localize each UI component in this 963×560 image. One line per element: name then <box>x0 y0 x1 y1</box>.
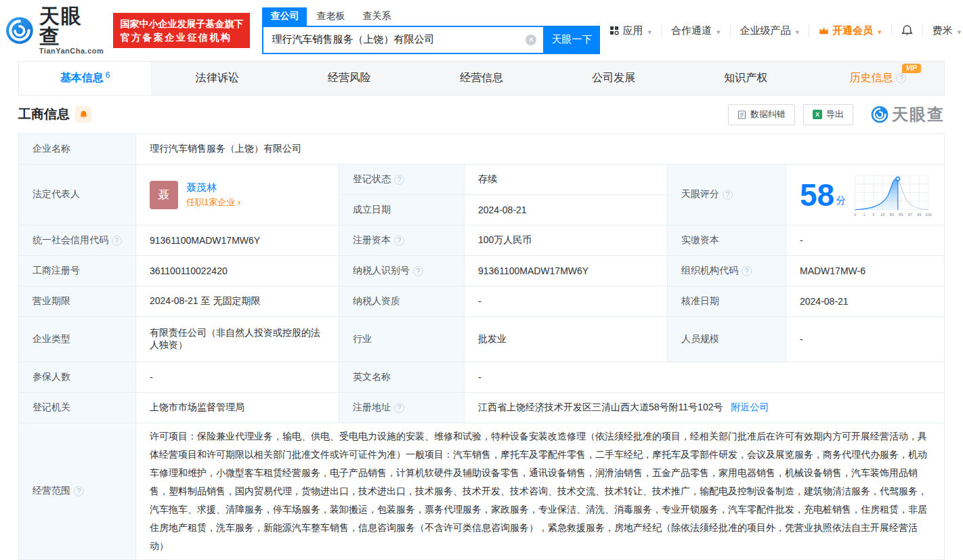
help-icon[interactable] <box>112 236 122 246</box>
search-tab-relation[interactable]: 查关系 <box>354 7 399 26</box>
chevron-down-icon <box>715 25 721 37</box>
reg-address-label-cell: 注册地址 <box>339 393 465 423</box>
insured-count-label-cell: 参保人数 <box>19 362 136 393</box>
tab-business-info[interactable]: 经营信息 <box>415 62 547 95</box>
tianyancha-logo[interactable]: 天眼查 TianYanCha.com <box>5 6 104 55</box>
nearby-companies-link[interactable]: 附近公司 <box>731 402 769 412</box>
search-input[interactable] <box>262 26 543 54</box>
insured-count-value: - <box>136 362 339 393</box>
legal-rep-label-cell: 法定代表人 <box>19 165 136 225</box>
document-edit-icon <box>737 110 746 119</box>
row-business-term: 营业期限 2024-08-21 至 无固定期限 纳税人资质 - 核准日期 202… <box>19 286 945 317</box>
nav-user-menu[interactable]: 费米 <box>922 24 963 37</box>
tab-company-development[interactable]: 公司发展 <box>548 62 680 95</box>
paid-capital-value: - <box>786 225 945 256</box>
tianyancha-company-page: 天眼查 TianYanCha.com 国家中小企业发展子基金旗下 官方备案企业征… <box>0 0 963 560</box>
reg-capital-label-cell: 注册资本 <box>339 225 465 256</box>
business-registration-table: 企业名称 理行汽车销售服务（上饶）有限公司 法定代表人 聂 聂茂林 任职1家企业… <box>18 133 945 560</box>
nav-cooperation-label: 合作通道 <box>671 24 712 37</box>
help-icon[interactable] <box>74 486 84 496</box>
credit-code-value: 91361100MADW17MW6Y <box>136 225 339 256</box>
score-number: 58 分 <box>800 179 846 211</box>
export-label: 导出 <box>826 108 844 121</box>
clear-search-icon[interactable] <box>526 35 536 45</box>
row-legal-rep-status: 法定代表人 聂 聂茂林 任职1家企业 › 登记状态 存续 天眼评分 58 分 <box>19 165 945 195</box>
nav-open-vip[interactable]: 开通会员 <box>809 24 891 37</box>
tab-basic-info[interactable]: 基本信息 6 <box>19 62 151 95</box>
gov-certification-badge: 国家中小企业发展子基金旗下 官方备案企业征信机构 <box>113 13 250 48</box>
company-name-value: 理行汽车销售服务（上饶）有限公司 <box>136 134 945 165</box>
section-actions: 数据纠错 导出 天眼查 <box>728 104 945 125</box>
business-scope-label-cell: 经营范围 <box>19 423 136 560</box>
search-area: 查公司 查老板 查关系 天眼一下 <box>262 7 600 54</box>
tianyancha-watermark: 天眼查 <box>871 104 945 125</box>
help-icon[interactable] <box>394 403 404 413</box>
business-term-label-cell: 营业期限 <box>19 286 136 317</box>
data-correction-label: 数据纠错 <box>750 108 786 121</box>
excel-icon <box>813 110 822 119</box>
company-tabstrip: 基本信息 6 法律诉讼 经营风险 经营信息 公司发展 知识产权 VIP 历史信息 <box>18 61 945 95</box>
search-button[interactable]: 天眼一下 <box>543 26 600 54</box>
taxpayer-id-value: 91361100MADW17MW6Y <box>465 256 668 286</box>
tab-basic-info-label: 基本信息 <box>60 71 104 85</box>
reg-authority-value: 上饶市市场监督管理局 <box>136 393 339 423</box>
nav-notifications[interactable] <box>891 25 922 36</box>
help-icon[interactable] <box>742 266 752 276</box>
svg-text:1: 1 <box>863 212 865 216</box>
tab-business-risk[interactable]: 经营风险 <box>283 62 415 95</box>
legal-rep-positions-link[interactable]: 任职1家企业 › <box>186 196 240 209</box>
chevron-down-icon <box>646 25 651 37</box>
svg-text:99: 99 <box>917 212 922 216</box>
search-tab-boss[interactable]: 查老板 <box>308 7 353 26</box>
reg-authority-label-cell: 登记机关 <box>19 393 136 423</box>
svg-text:50: 50 <box>890 212 895 216</box>
help-icon[interactable] <box>394 236 404 246</box>
chevron-down-icon <box>794 25 800 37</box>
legal-rep-name-link[interactable]: 聂茂林 <box>186 181 240 194</box>
reg-address-value: 江西省上饶经济技术开发区三清山西大道58号附11号102号 <box>478 402 723 412</box>
industry-value: 批发业 <box>465 317 668 362</box>
score-label-cell: 天眼评分 <box>668 165 786 225</box>
business-info-section-head: 工商信息 数据纠错 导出 <box>18 95 945 133</box>
tab-legal-proceedings[interactable]: 法律诉讼 <box>151 62 283 95</box>
org-code-label-cell: 组织机构代码 <box>668 256 786 286</box>
help-icon[interactable] <box>394 175 404 185</box>
tab-intellectual-property[interactable]: 知识产权 <box>680 62 812 95</box>
score-unit: 分 <box>836 194 846 207</box>
top-nav: 应用 合作通道 企业级产品 开通会员 费米 <box>600 24 963 37</box>
nav-apps[interactable]: 应用 <box>600 24 661 37</box>
legal-rep-avatar[interactable]: 聂 <box>150 181 178 209</box>
score-value: 58 <box>800 179 834 211</box>
crown-icon <box>819 26 829 35</box>
help-icon[interactable] <box>896 73 906 83</box>
nav-enterprise-products[interactable]: 企业级产品 <box>730 24 809 37</box>
export-button[interactable]: 导出 <box>803 104 853 125</box>
help-icon[interactable] <box>413 266 423 276</box>
svg-text:0: 0 <box>854 212 857 216</box>
approve-date-value: 2024-08-21 <box>786 286 945 317</box>
tab-history-info[interactable]: VIP 历史信息 <box>812 62 944 95</box>
credit-code-label-cell: 统一社会信用代码 <box>19 225 136 256</box>
establish-date-label-cell: 成立日期 <box>339 195 465 225</box>
bell-icon <box>901 25 913 36</box>
nav-username: 费米 <box>933 24 953 37</box>
search-tab-company[interactable]: 查公司 <box>262 7 307 26</box>
data-correction-button[interactable]: 数据纠错 <box>728 104 795 125</box>
subscribe-bell-button[interactable] <box>75 106 91 123</box>
reg-address-cell: 江西省上饶经济技术开发区三清山西大道58号附11号102号 附近公司 <box>465 393 945 423</box>
svg-text:15: 15 <box>880 212 885 216</box>
staff-size-label-cell: 人员规模 <box>668 317 786 362</box>
reg-status-value: 存续 <box>465 165 668 195</box>
help-icon[interactable] <box>723 190 733 200</box>
tianyancha-swirl-icon <box>871 106 889 123</box>
english-name-label-cell: 英文名称 <box>339 362 465 393</box>
svg-text:3: 3 <box>872 212 874 216</box>
legal-rep-cell: 聂 聂茂林 任职1家企业 › <box>136 165 339 225</box>
tab-label: 历史信息 <box>849 71 893 85</box>
row-company-type: 企业类型 有限责任公司（非自然人投资或控股的法人独资） 行业 批发业 人员规模 … <box>19 317 945 362</box>
nav-apps-label: 应用 <box>622 24 643 37</box>
section-title: 工商信息 <box>18 106 70 123</box>
nav-cooperation[interactable]: 合作通道 <box>661 24 730 37</box>
business-term-value: 2024-08-21 至 无固定期限 <box>136 286 339 317</box>
approve-date-label-cell: 核准日期 <box>668 286 786 317</box>
